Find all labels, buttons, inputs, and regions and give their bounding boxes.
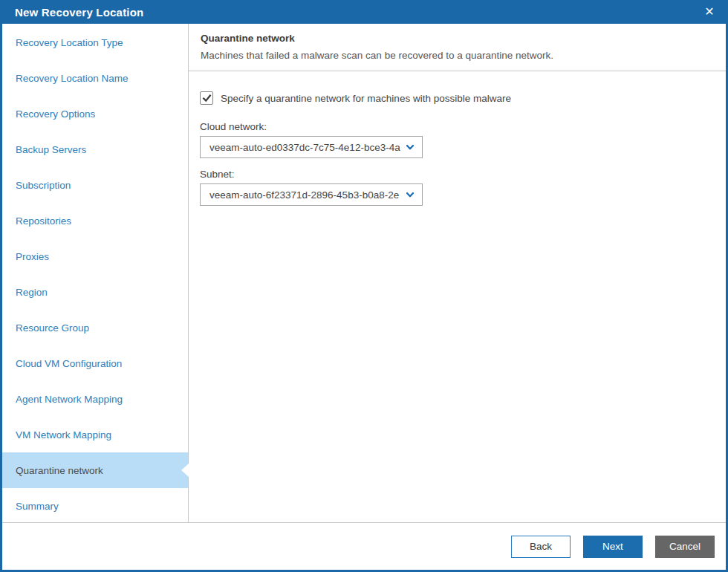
window-title: New Recovery Location xyxy=(15,6,143,19)
sidebar-item-label: Region xyxy=(16,287,48,298)
next-button[interactable]: Next xyxy=(583,536,643,558)
back-button[interactable]: Back xyxy=(511,536,571,558)
quarantine-checkbox[interactable] xyxy=(200,91,213,105)
main-panel: Quarantine network Machines that failed … xyxy=(189,24,726,522)
step-description: Machines that failed a malware scan can … xyxy=(201,50,714,61)
sidebar-item-label: Recovery Location Name xyxy=(16,73,129,84)
subnet-select[interactable]: veeam-auto-6f23371d-2896-45b3-b0a8-2e xyxy=(200,183,423,206)
sidebar-item-label: Repositories xyxy=(16,215,71,227)
cancel-button[interactable]: Cancel xyxy=(655,536,715,558)
quarantine-checkbox-row: Specify a quarantine network for machine… xyxy=(200,91,715,105)
chevron-down-icon xyxy=(405,142,415,152)
step-title: Quarantine network xyxy=(201,33,714,44)
sidebar-item-summary[interactable]: Summary xyxy=(2,488,188,524)
title-bar: New Recovery Location ✕ xyxy=(0,0,728,24)
sidebar-item-label: VM Network Mapping xyxy=(16,429,111,441)
new-recovery-location-dialog: New Recovery Location ✕ Recovery Locatio… xyxy=(0,0,728,572)
sidebar-item-recovery-location-type[interactable]: Recovery Location Type xyxy=(2,25,188,60)
sidebar-item-quarantine-network[interactable]: Quarantine network xyxy=(2,452,188,488)
subnet-label: Subnet: xyxy=(200,169,715,180)
sidebar-item-recovery-location-name[interactable]: Recovery Location Name xyxy=(2,60,188,96)
sidebar-item-label: Cloud VM Configuration xyxy=(16,358,122,369)
close-icon[interactable]: ✕ xyxy=(701,4,718,20)
sidebar-item-resource-group[interactable]: Resource Group xyxy=(2,310,188,345)
wizard-steps-sidebar: Recovery Location TypeRecovery Location … xyxy=(2,24,189,522)
sidebar-item-label: Recovery Options xyxy=(16,108,95,120)
dialog-body: Recovery Location TypeRecovery Location … xyxy=(2,24,726,522)
chevron-down-icon xyxy=(405,189,415,200)
cloud-network-label: Cloud network: xyxy=(200,121,715,132)
sidebar-item-label: Backup Servers xyxy=(16,144,86,155)
sidebar-item-proxies[interactable]: Proxies xyxy=(2,238,188,274)
sidebar-item-repositories[interactable]: Repositories xyxy=(2,203,188,238)
sidebar-item-subscription[interactable]: Subscription xyxy=(2,167,188,203)
quarantine-checkbox-label: Specify a quarantine network for machine… xyxy=(221,93,511,104)
step-content: Specify a quarantine network for machine… xyxy=(189,71,726,522)
sidebar-item-label: Summary xyxy=(16,501,59,512)
sidebar-item-agent-network-mapping[interactable]: Agent Network Mapping xyxy=(2,381,188,417)
sidebar-item-label: Subscription xyxy=(16,180,71,191)
step-header: Quarantine network Machines that failed … xyxy=(189,24,726,71)
sidebar-item-label: Resource Group xyxy=(16,322,89,334)
sidebar-item-backup-servers[interactable]: Backup Servers xyxy=(2,131,188,167)
dialog-footer: Back Next Cancel xyxy=(2,522,726,570)
sidebar-item-label: Recovery Location Type xyxy=(16,37,123,48)
sidebar-item-label: Proxies xyxy=(16,251,49,262)
sidebar-item-label: Quarantine network xyxy=(16,465,103,476)
sidebar-item-label: Agent Network Mapping xyxy=(16,394,123,405)
subnet-value: veeam-auto-6f23371d-2896-45b3-b0a8-2e xyxy=(209,189,400,201)
sidebar-item-region[interactable]: Region xyxy=(2,274,188,310)
cloud-network-value: veeam-auto-ed0337dc-7c75-4e12-bce3-4a xyxy=(209,142,400,153)
cloud-network-select[interactable]: veeam-auto-ed0337dc-7c75-4e12-bce3-4a xyxy=(200,136,423,158)
sidebar-item-cloud-vm-configuration[interactable]: Cloud VM Configuration xyxy=(2,345,188,381)
sidebar-item-vm-network-mapping[interactable]: VM Network Mapping xyxy=(2,417,188,452)
checkmark-icon xyxy=(202,94,212,103)
sidebar-item-recovery-options[interactable]: Recovery Options xyxy=(2,96,188,131)
